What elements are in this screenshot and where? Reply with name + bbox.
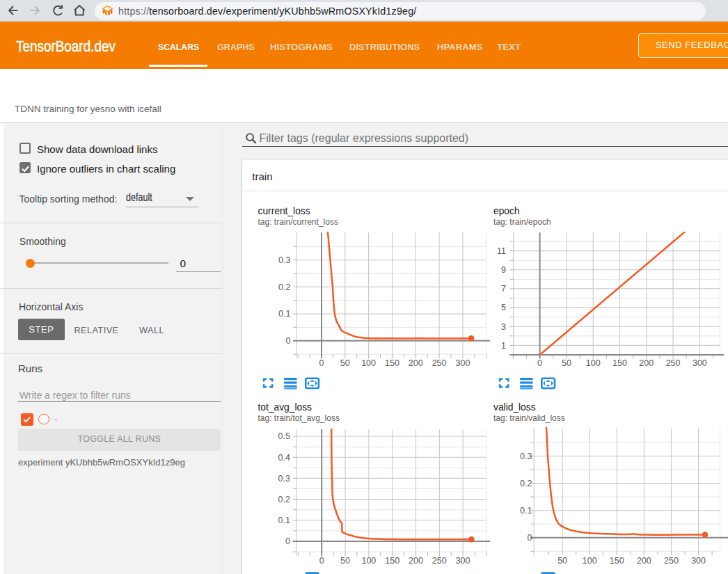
svg-text:100: 100	[361, 556, 376, 566]
svg-text:100: 100	[361, 358, 376, 368]
svg-text:0.1: 0.1	[278, 309, 290, 319]
svg-text:3: 3	[501, 322, 506, 332]
svg-text:200: 200	[409, 358, 423, 368]
svg-text:200: 200	[409, 556, 423, 566]
svg-text:50: 50	[562, 358, 571, 368]
svg-text:100: 100	[586, 358, 601, 368]
svg-text:0.5: 0.5	[278, 431, 290, 441]
svg-text:0.3: 0.3	[278, 474, 290, 484]
svg-text:300: 300	[456, 556, 470, 566]
svg-text:0.3: 0.3	[278, 255, 290, 265]
svg-text:50: 50	[340, 358, 350, 368]
svg-text:50: 50	[340, 556, 350, 566]
svg-text:0.1: 0.1	[520, 506, 532, 516]
svg-text:0: 0	[528, 533, 532, 543]
svg-text:200: 200	[639, 358, 654, 368]
svg-text:0: 0	[537, 358, 542, 368]
svg-text:7: 7	[501, 284, 506, 294]
svg-text:250: 250	[664, 556, 679, 566]
svg-text:9: 9	[501, 265, 506, 275]
svg-text:150: 150	[612, 358, 627, 368]
svg-text:1: 1	[501, 341, 506, 351]
svg-text:0: 0	[319, 358, 324, 368]
svg-text:300: 300	[693, 358, 707, 368]
svg-text:300: 300	[456, 358, 470, 368]
svg-text:0.2: 0.2	[278, 495, 290, 504]
svg-text:0: 0	[285, 336, 290, 346]
svg-text:0.4: 0.4	[278, 453, 290, 463]
svg-text:150: 150	[385, 358, 399, 368]
svg-text:0.2: 0.2	[278, 282, 290, 292]
svg-text:0.1: 0.1	[278, 516, 290, 525]
svg-text:0: 0	[285, 536, 290, 546]
svg-text:5: 5	[501, 303, 506, 312]
svg-text:0.3: 0.3	[520, 452, 532, 461]
svg-text:50: 50	[557, 556, 567, 566]
svg-text:200: 200	[637, 556, 651, 566]
svg-text:0.2: 0.2	[520, 479, 532, 488]
svg-text:250: 250	[432, 358, 447, 368]
svg-text:250: 250	[666, 358, 681, 368]
svg-text:150: 150	[385, 556, 399, 566]
svg-text:250: 250	[432, 556, 447, 566]
svg-text:11: 11	[497, 246, 506, 256]
svg-text:300: 300	[691, 556, 706, 566]
svg-text:100: 100	[583, 556, 597, 566]
svg-text:150: 150	[610, 556, 624, 566]
svg-text:0: 0	[319, 556, 324, 566]
